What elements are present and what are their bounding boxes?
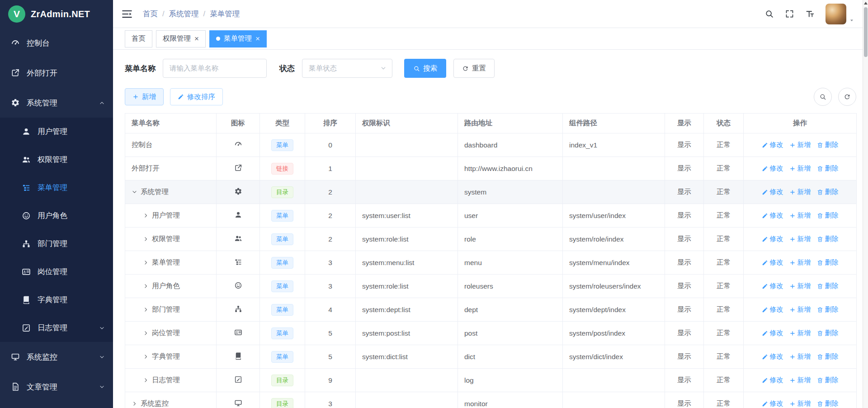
sidebar-item[interactable]: 用户角色 [0, 202, 113, 230]
row-edit-link[interactable]: 修改 [762, 282, 783, 290]
sidebar-item[interactable]: 系统管理 [0, 88, 113, 118]
row-edit-link[interactable]: 修改 [762, 188, 783, 196]
close-icon[interactable]: × [255, 35, 260, 43]
row-edit-link[interactable]: 修改 [762, 352, 783, 361]
row-add-link[interactable]: 新增 [789, 211, 811, 220]
row-edit-link[interactable]: 修改 [762, 399, 783, 408]
sidebar-item[interactable]: 岗位管理 [0, 258, 113, 286]
row-delete-link[interactable]: 删除 [817, 141, 839, 149]
row-edit-link[interactable]: 修改 [762, 164, 783, 173]
scrollbar-thumb[interactable] [864, 7, 868, 57]
row-edit-link[interactable]: 修改 [762, 258, 783, 267]
sidebar-item-label: 菜单管理 [38, 183, 67, 193]
font-size-icon[interactable] [805, 9, 815, 19]
sidebar-item[interactable]: 日志管理 [0, 314, 113, 342]
row-add-link[interactable]: 新增 [789, 141, 811, 149]
table-refresh-button[interactable] [838, 88, 856, 106]
reset-button[interactable]: 重置 [453, 59, 495, 78]
row-delete-link[interactable]: 删除 [817, 352, 839, 361]
scroll-up-arrow-icon[interactable] [864, 2, 868, 5]
chevron-down-icon [99, 384, 105, 390]
row-delete-link[interactable]: 删除 [817, 188, 839, 196]
row-delete-link[interactable]: 删除 [817, 329, 839, 337]
chevron-right-icon[interactable] [143, 260, 149, 266]
chevron-right-icon[interactable] [143, 330, 149, 336]
search-button[interactable]: 搜索 [404, 59, 446, 78]
plus-icon [789, 283, 796, 289]
chevron-right-icon[interactable] [143, 307, 149, 313]
row-add-link[interactable]: 新增 [789, 164, 811, 173]
row-delete-link[interactable]: 删除 [817, 399, 839, 408]
breadcrumb-separator: / [203, 9, 206, 18]
status-value: 正常 [717, 399, 731, 407]
fullscreen-icon[interactable] [785, 9, 794, 19]
search-icon[interactable] [764, 9, 774, 19]
chevron-right-icon[interactable] [143, 354, 149, 360]
tab[interactable]: 首页 [125, 30, 152, 47]
row-delete-link[interactable]: 删除 [817, 164, 839, 173]
action-label: 删除 [825, 164, 839, 173]
sidebar-item[interactable]: 用户管理 [0, 118, 113, 146]
edit-icon [762, 330, 768, 337]
table-row: 用户角色菜单3system:role:listroleuserssystem/r… [125, 275, 857, 298]
row-edit-link[interactable]: 修改 [762, 329, 783, 337]
row-delete-link[interactable]: 删除 [817, 305, 839, 314]
chevron-right-icon[interactable] [143, 377, 149, 383]
sidebar-item[interactable]: 系统监控 [0, 342, 113, 372]
row-add-link[interactable]: 新增 [789, 282, 811, 290]
table-search-button[interactable] [814, 88, 832, 106]
sidebar-item[interactable]: 文章管理 [0, 372, 113, 402]
breadcrumb-item[interactable]: 系统管理 [169, 9, 199, 19]
row-edit-link[interactable]: 修改 [762, 141, 783, 149]
table-row: 系统监控目录3monitor显示正常修改新增删除 [125, 392, 857, 408]
row-edit-link[interactable]: 修改 [762, 305, 783, 314]
tab[interactable]: 权限管理× [156, 30, 206, 47]
chevron-right-icon[interactable] [143, 213, 149, 218]
app-logo[interactable]: V ZrAdmin.NET [0, 0, 113, 28]
add-button[interactable]: 新增 [125, 88, 164, 105]
row-add-link[interactable]: 新增 [789, 258, 811, 267]
row-edit-link[interactable]: 修改 [762, 376, 783, 384]
row-add-link[interactable]: 新增 [789, 235, 811, 243]
edit-icon [178, 94, 184, 100]
action-label: 修改 [770, 141, 783, 149]
row-delete-link[interactable]: 删除 [817, 376, 839, 384]
hamburger-icon[interactable] [121, 8, 133, 20]
row-add-link[interactable]: 新增 [789, 352, 811, 361]
sidebar-item[interactable]: 字典管理 [0, 286, 113, 314]
column-header: 菜单名称 [125, 114, 217, 133]
row-add-link[interactable]: 新增 [789, 329, 811, 337]
sidebar-item[interactable]: 权限管理 [0, 146, 113, 174]
chevron-down-icon[interactable] [132, 189, 137, 195]
route-value: dept [464, 306, 478, 313]
row-delete-link[interactable]: 删除 [817, 282, 839, 290]
page-scrollbar[interactable] [863, 0, 868, 408]
row-delete-link[interactable]: 删除 [817, 211, 839, 220]
user-menu[interactable] [826, 4, 854, 24]
action-label: 删除 [825, 235, 839, 243]
menu-name-input[interactable] [163, 59, 267, 78]
sidebar-item[interactable]: 外部打开 [0, 58, 113, 88]
row-add-link[interactable]: 新增 [789, 188, 811, 196]
chevron-right-icon[interactable] [143, 283, 149, 289]
row-edit-link[interactable]: 修改 [762, 211, 783, 220]
sort-button[interactable]: 修改排序 [170, 88, 223, 105]
delete-icon [817, 377, 823, 384]
status-select[interactable]: 菜单状态 [302, 59, 392, 78]
row-add-link[interactable]: 新增 [789, 376, 811, 384]
avatar[interactable] [826, 4, 846, 24]
sidebar-item[interactable]: 菜单管理 [0, 174, 113, 202]
breadcrumb-item[interactable]: 首页 [143, 9, 158, 19]
row-edit-link[interactable]: 修改 [762, 235, 783, 243]
tab[interactable]: 菜单管理× [209, 30, 267, 47]
sidebar-item[interactable]: 控制台 [0, 28, 113, 58]
row-add-link[interactable]: 新增 [789, 305, 811, 314]
close-icon[interactable]: × [194, 35, 199, 43]
row-delete-link[interactable]: 删除 [817, 235, 839, 243]
chevron-right-icon[interactable] [143, 236, 149, 242]
sidebar-item[interactable]: 部门管理 [0, 230, 113, 258]
row-delete-link[interactable]: 删除 [817, 258, 839, 267]
chevron-right-icon[interactable] [132, 401, 137, 407]
sidebar-item-label: 控制台 [27, 38, 50, 48]
row-add-link[interactable]: 新增 [789, 399, 811, 408]
